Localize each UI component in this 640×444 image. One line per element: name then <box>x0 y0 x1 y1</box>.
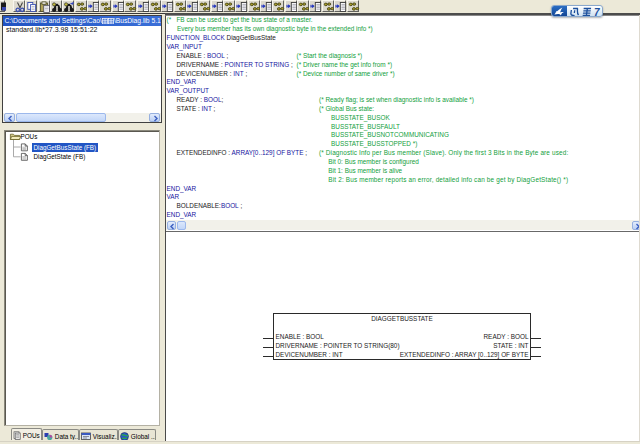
svg-text:7: 7 <box>594 7 600 16</box>
